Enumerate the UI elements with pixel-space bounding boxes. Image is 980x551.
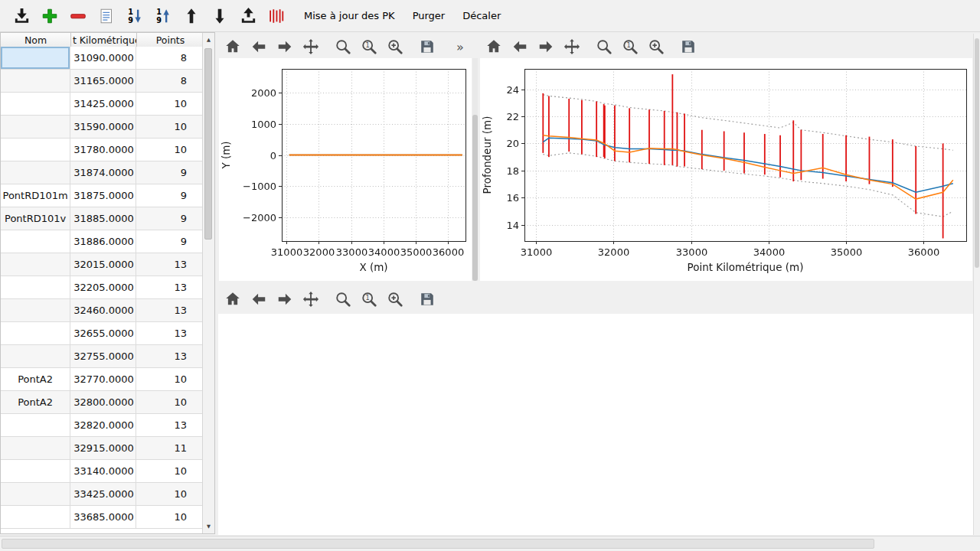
- cell-nom[interactable]: [1, 276, 70, 299]
- cell-points[interactable]: 9: [136, 184, 203, 207]
- table-row[interactable]: 31425.000010: [1, 93, 203, 116]
- zoom-button[interactable]: [334, 290, 352, 308]
- cell-pk[interactable]: 32800.0000: [70, 391, 136, 414]
- column-header-nom[interactable]: Nom: [1, 33, 71, 47]
- zoom-button[interactable]: [595, 37, 613, 56]
- cell-nom[interactable]: [1, 414, 70, 437]
- cell-pk[interactable]: 31874.0000: [70, 161, 136, 184]
- cell-points[interactable]: 10: [136, 93, 203, 116]
- add-button[interactable]: [38, 4, 62, 28]
- sort-ascending-button[interactable]: 19: [151, 4, 175, 28]
- table-row[interactable]: PontA232800.000010: [1, 391, 203, 414]
- cell-points[interactable]: 10: [136, 391, 203, 414]
- cell-nom[interactable]: [1, 253, 70, 276]
- table-row[interactable]: 33425.000010: [1, 483, 203, 506]
- table-row[interactable]: 32820.000013: [1, 414, 203, 437]
- cell-nom[interactable]: [1, 93, 70, 116]
- table-row[interactable]: PontA232770.000010: [1, 368, 203, 391]
- cell-pk[interactable]: 32820.0000: [70, 414, 136, 437]
- middle-scrollbar[interactable]: [472, 58, 478, 281]
- forward-button[interactable]: [276, 37, 294, 56]
- cell-nom[interactable]: [1, 139, 70, 161]
- cell-points[interactable]: 13: [136, 276, 203, 299]
- cell-points[interactable]: 8: [136, 47, 203, 70]
- zoom-one-button[interactable]: 1: [621, 37, 639, 56]
- cell-pk[interactable]: 32460.0000: [70, 299, 136, 322]
- cell-pk[interactable]: 31780.0000: [70, 139, 136, 161]
- table-row[interactable]: 32655.000013: [1, 322, 203, 345]
- home-button[interactable]: [224, 290, 242, 308]
- import-button[interactable]: [9, 4, 34, 28]
- back-button[interactable]: [250, 37, 268, 56]
- table-row[interactable]: 31165.00008: [1, 70, 203, 93]
- right-scrollbar-thumb[interactable]: [975, 38, 979, 268]
- middle-scrollbar-thumb[interactable]: [472, 115, 478, 281]
- cell-points[interactable]: 11: [136, 437, 203, 460]
- table-row[interactable]: 32205.000013: [1, 276, 203, 299]
- cell-pk[interactable]: 31886.0000: [70, 230, 136, 253]
- home-button[interactable]: [224, 37, 242, 56]
- cell-pk[interactable]: 32755.0000: [70, 345, 136, 368]
- cell-nom[interactable]: [1, 161, 70, 184]
- xy-plot-canvas[interactable]: [219, 58, 472, 281]
- back-button[interactable]: [511, 37, 529, 56]
- cell-nom[interactable]: PontA2: [1, 368, 70, 391]
- move-down-button[interactable]: [207, 4, 232, 28]
- update-pk-button[interactable]: Mise à jour des PK: [297, 7, 402, 24]
- cell-points[interactable]: 10: [136, 506, 203, 529]
- cell-points[interactable]: 9: [136, 230, 203, 253]
- cell-points[interactable]: 9: [136, 207, 203, 230]
- cell-points[interactable]: 13: [136, 414, 203, 437]
- table-scrollbar[interactable]: ▲ ▼: [202, 33, 214, 533]
- toolbar-overflow-chevron[interactable]: »: [456, 40, 464, 54]
- cell-nom[interactable]: [1, 506, 70, 529]
- table-scrollbar-thumb[interactable]: [204, 48, 212, 240]
- table-row[interactable]: PontRD101v31885.00009: [1, 207, 203, 230]
- save-button[interactable]: [679, 37, 697, 56]
- zoom-plus-button[interactable]: [386, 290, 404, 308]
- back-button[interactable]: [250, 290, 268, 308]
- profiles-button[interactable]: [264, 4, 289, 28]
- export-button[interactable]: [236, 4, 260, 28]
- right-scrollbar[interactable]: [973, 34, 980, 535]
- cell-points[interactable]: 13: [136, 322, 203, 345]
- cell-nom[interactable]: PontRD101m: [1, 184, 70, 207]
- column-header-pk[interactable]: t Kilométrique: [71, 33, 137, 47]
- cell-pk[interactable]: 33685.0000: [70, 506, 136, 529]
- cell-pk[interactable]: 31165.0000: [70, 70, 136, 93]
- cell-nom[interactable]: [1, 116, 70, 139]
- cell-pk[interactable]: 31590.0000: [70, 116, 136, 139]
- document-button[interactable]: [94, 4, 119, 28]
- table-row[interactable]: 31090.00008: [1, 47, 203, 70]
- scroll-up-icon[interactable]: ▲: [203, 34, 214, 45]
- remove-button[interactable]: [66, 4, 90, 28]
- save-button[interactable]: [418, 290, 436, 308]
- cell-pk[interactable]: 31090.0000: [70, 47, 136, 70]
- zoom-plus-button[interactable]: [647, 37, 665, 56]
- cell-points[interactable]: 13: [136, 253, 203, 276]
- cell-nom[interactable]: [1, 460, 70, 483]
- pan-button[interactable]: [302, 290, 320, 308]
- cell-pk[interactable]: 32915.0000: [70, 437, 136, 460]
- cell-points[interactable]: 13: [136, 345, 203, 368]
- horizontal-scrollbar[interactable]: [0, 536, 980, 551]
- cell-points[interactable]: 10: [136, 368, 203, 391]
- pan-button[interactable]: [302, 37, 320, 56]
- cell-nom[interactable]: [1, 437, 70, 460]
- zoom-one-button[interactable]: 1: [360, 290, 378, 308]
- save-button[interactable]: [418, 37, 436, 56]
- table-row[interactable]: 33140.000010: [1, 460, 203, 483]
- profile-plot-canvas[interactable]: [480, 58, 972, 281]
- cell-nom[interactable]: [1, 345, 70, 368]
- home-button[interactable]: [485, 37, 503, 56]
- cell-nom[interactable]: PontRD101v: [1, 207, 70, 230]
- table-row[interactable]: 31886.00009: [1, 230, 203, 253]
- cell-pk[interactable]: 31885.0000: [70, 207, 136, 230]
- sort-descending-button[interactable]: 19: [122, 4, 147, 28]
- table-row[interactable]: 32015.000013: [1, 253, 203, 276]
- cell-points[interactable]: 13: [136, 299, 203, 322]
- cell-nom[interactable]: [1, 483, 70, 506]
- cell-points[interactable]: 10: [136, 116, 203, 139]
- forward-button[interactable]: [537, 37, 555, 56]
- zoom-button[interactable]: [334, 37, 352, 56]
